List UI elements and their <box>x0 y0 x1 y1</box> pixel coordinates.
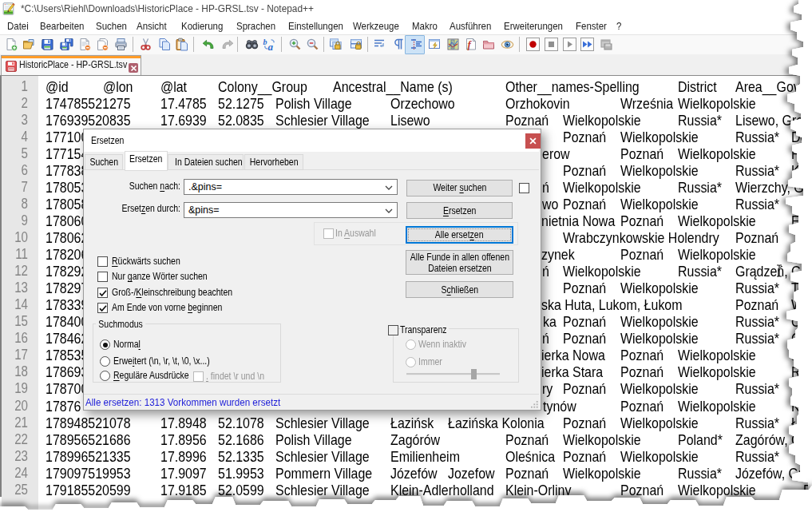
menu-datei[interactable]: Datei <box>7 18 29 34</box>
redo-button[interactable] <box>220 38 234 51</box>
dialog-close-button[interactable] <box>525 133 541 149</box>
text-run: Wielkopolskie <box>620 162 699 179</box>
new-file-button[interactable] <box>5 38 18 51</box>
on-losing-focus-radio[interactable] <box>406 339 416 350</box>
title-bar[interactable]: *C:\Users\Riehl\Downloads\HistoricPlace … <box>0 0 812 18</box>
macro-save-button[interactable] <box>600 38 613 51</box>
dialog-titlebar[interactable] <box>84 129 539 152</box>
normal-radio[interactable] <box>100 339 110 350</box>
active-tab-indicator <box>2 56 141 58</box>
dialog-tab-ersetzen[interactable]: Ersetzen <box>125 151 168 171</box>
function-list-button[interactable]: f <box>464 38 477 51</box>
sync-vertical-button[interactable] <box>329 38 343 51</box>
text-run: wo <box>542 196 558 212</box>
zoom-in-button[interactable] <box>288 38 302 51</box>
text-run: Września <box>620 95 673 112</box>
text-run: 178053 <box>46 179 88 196</box>
notepadpp-logo-icon <box>2 2 15 15</box>
toolbar-separator <box>237 37 238 52</box>
menu-makro[interactable]: Makro <box>412 18 438 34</box>
folder-workspace-icon <box>482 38 496 51</box>
close-button[interactable] <box>78 38 92 51</box>
paste-button[interactable] <box>175 38 188 51</box>
replace-icon: ba <box>263 38 276 51</box>
extended-radio[interactable] <box>100 356 110 367</box>
replace-button[interactable]: Ersetzen <box>406 202 513 219</box>
replace-all-open-docs-button[interactable]: Alle Funde in allen offenenDateien erset… <box>406 250 513 275</box>
in-selection-checkbox[interactable] <box>323 228 334 239</box>
toolbar-separator <box>281 37 282 52</box>
replace-with-combo[interactable]: &pins= <box>184 202 398 218</box>
cut-button[interactable] <box>139 38 152 51</box>
wrap-around-checkbox[interactable] <box>97 303 108 313</box>
word-wrap-button[interactable] <box>373 38 386 51</box>
menu-fenster[interactable]: Fenster <box>576 18 607 34</box>
always-radio[interactable] <box>406 357 416 367</box>
text-run: 178956521686 <box>46 431 131 448</box>
torn-edge-bottom <box>0 475 812 512</box>
dialog-resize-grip[interactable] <box>531 400 539 408</box>
menu-bearbeiten[interactable]: Bearbeiten <box>40 18 85 34</box>
close-button[interactable]: Schließen <box>406 281 513 298</box>
line-number: 8 <box>6 196 28 212</box>
doc-map-button[interactable] <box>446 38 460 51</box>
open-file-button[interactable] <box>22 38 36 51</box>
dialog-tab-suchen[interactable]: Suchen <box>85 154 123 170</box>
folder-workspace-button[interactable] <box>482 38 496 51</box>
text-run: Poznań <box>563 129 606 145</box>
combo-dropdown-icon[interactable] <box>385 208 393 213</box>
dialog-tab-hervorheben[interactable]: Hervorheben <box>244 154 303 170</box>
match-case-checkbox[interactable] <box>97 288 108 298</box>
macro-stop-button[interactable] <box>545 38 558 51</box>
find-what-combo[interactable]: .&pins= <box>184 179 398 195</box>
save-icon <box>41 38 54 51</box>
menu-ansicht[interactable]: Ansicht <box>137 18 167 34</box>
macro-run-multiple-button[interactable] <box>580 38 594 51</box>
print-button[interactable] <box>114 38 128 51</box>
menu-kodierung[interactable]: Kodierung <box>181 18 223 34</box>
find-button[interactable] <box>245 38 259 51</box>
user-define-dialog-button[interactable] <box>428 38 442 51</box>
show-all-chars-button[interactable] <box>392 38 406 51</box>
indent-guide-button[interactable] <box>410 38 423 51</box>
search-direction-checkbox[interactable] <box>519 183 529 193</box>
backwards-checkbox[interactable] <box>97 256 108 267</box>
whole-word-checkbox[interactable] <box>97 272 108 282</box>
transparency-checkbox[interactable] <box>388 325 398 335</box>
dot-matches-newline-checkbox[interactable] <box>193 371 204 382</box>
text-run: ń <box>542 330 549 347</box>
menu-sprachen[interactable]: Sprachen <box>236 18 275 34</box>
sync-horizontal-button[interactable] <box>350 38 363 51</box>
close-all-button[interactable] <box>96 38 109 51</box>
menu-suchen[interactable]: Suchen <box>96 18 127 34</box>
menu-werkzeuge[interactable]: Werkzeuge <box>353 18 399 34</box>
menu-ausfhren[interactable]: Ausführen <box>450 18 491 34</box>
undo-button[interactable] <box>202 38 216 51</box>
copy-button[interactable] <box>158 38 172 51</box>
tab-close-icon[interactable] <box>129 63 138 73</box>
find-next-button[interactable]: Weiter suchen <box>406 180 513 196</box>
menu-erweiterungen[interactable]: Erweiterungen <box>504 18 563 34</box>
regex-radio[interactable] <box>100 371 110 381</box>
text-run: Łazińsk <box>390 415 434 431</box>
text-run: Poznań <box>563 196 606 212</box>
menu-?[interactable]: ? <box>616 18 621 34</box>
tab-historicplace[interactable]: HistoricPlace - HP-GRSL.tsv <box>1 55 141 75</box>
combo-dropdown-icon[interactable] <box>385 185 393 190</box>
save-all-button[interactable] <box>60 38 73 51</box>
replace-all-button[interactable]: Alle ersetzen <box>406 226 513 244</box>
tab-label: HistoricPlace - HP-GRSL.tsv <box>19 59 127 70</box>
save-button[interactable] <box>41 38 54 51</box>
dialog-tab-in-dateien-suchen[interactable]: In Dateien suchen <box>168 154 244 170</box>
menu-einstellungen[interactable]: Einstellungen <box>288 18 343 34</box>
text-run: 178062 <box>46 229 88 246</box>
monitoring-button[interactable] <box>501 38 514 51</box>
tab-label: Hervorheben <box>250 155 299 170</box>
zoom-out-button[interactable] <box>306 38 319 51</box>
transparency-slider-thumb[interactable] <box>471 369 477 379</box>
macro-play-button[interactable] <box>563 38 576 51</box>
text-run: zynek <box>541 246 575 263</box>
macro-record-button[interactable] <box>526 38 540 51</box>
window-title: *C:\Users\Riehl\Downloads\HistoricPlace … <box>21 0 314 18</box>
replace-button[interactable]: ba <box>263 38 276 51</box>
